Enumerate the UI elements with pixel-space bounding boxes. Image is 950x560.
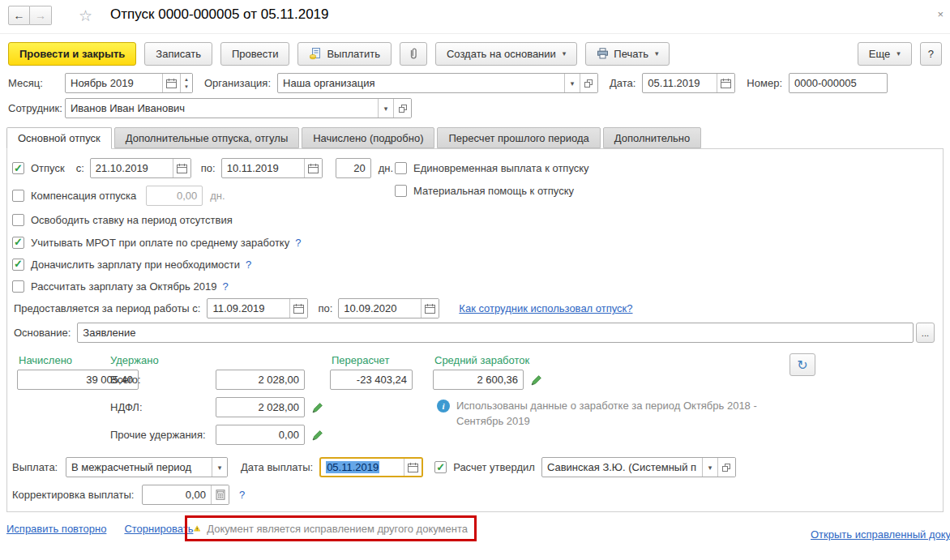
basis-row: Основание: Заявление ...: [14, 323, 935, 343]
payment-select[interactable]: В межрасчетный период ▾: [66, 457, 228, 477]
avg-earnings-input[interactable]: 2 600,36: [433, 370, 524, 390]
mrot-label: Учитывать МРОТ при оплате по среднему за…: [31, 237, 289, 249]
open-icon[interactable]: [393, 99, 411, 118]
printer-icon: [597, 48, 609, 59]
create-based-on-button[interactable]: Создать на основании▾: [435, 42, 577, 66]
period-from-input[interactable]: 11.09.2019: [207, 298, 308, 318]
calendar-icon[interactable]: [404, 459, 422, 476]
basis-label: Основание:: [14, 327, 71, 339]
favorite-star-icon[interactable]: ☆: [79, 6, 92, 25]
mrot-row: ✓ Учитывать МРОТ при оплате по среднему …: [12, 234, 301, 250]
compensation-row: Компенсация отпуска 0,00 дн.: [12, 186, 225, 206]
refresh-icon: ↻: [797, 357, 807, 373]
lump-sum-checkbox[interactable]: [395, 162, 407, 174]
vacation-document-window: ← → ☆ Отпуск 0000-000005 от 05.11.2019 ×…: [0, 0, 950, 560]
period-to-input[interactable]: 10.09.2020: [338, 298, 439, 318]
ndfl-input[interactable]: 2 028,00: [216, 397, 305, 417]
approved-by-input[interactable]: Савинская З.Ю. (Системный п ▾: [541, 457, 736, 477]
reverse-link[interactable]: Сторнировать: [124, 523, 193, 535]
forward-button[interactable]: →: [30, 6, 52, 25]
attachments-button[interactable]: [400, 42, 427, 66]
info-icon: i: [437, 400, 450, 413]
compensation-days-input[interactable]: 0,00: [146, 186, 203, 206]
calendar-icon[interactable]: [304, 159, 322, 177]
help-button[interactable]: ?: [920, 42, 942, 66]
tab-accrued-detail[interactable]: Начислено (подробно): [302, 127, 434, 148]
extra-accrual-checkbox[interactable]: ✓: [12, 259, 24, 271]
calc-salary-help-icon[interactable]: ?: [222, 280, 228, 293]
correction-help-icon[interactable]: ?: [239, 489, 245, 501]
mrot-help-icon[interactable]: ?: [295, 237, 301, 249]
extra-accrual-help-icon[interactable]: ?: [246, 259, 251, 271]
calculator-icon[interactable]: [211, 485, 229, 504]
material-aid-checkbox[interactable]: [395, 185, 407, 197]
employee-input[interactable]: Иванов Иван Иванович ▾: [65, 98, 412, 118]
vacation-to-input[interactable]: 10.11.2019: [221, 158, 323, 178]
vacation-usage-link[interactable]: Как сотрудник использовал отпуск?: [459, 302, 632, 314]
tab-main-vacation[interactable]: Основной отпуск: [6, 127, 112, 149]
calendar-icon[interactable]: [173, 159, 190, 177]
close-icon[interactable]: ×: [937, 8, 944, 20]
correction-warning-text: Документ является исправлением другого д…: [207, 523, 468, 535]
edit-pencil-icon[interactable]: [310, 401, 323, 413]
post-button[interactable]: Провести: [220, 42, 290, 66]
calc-salary-checkbox[interactable]: [12, 280, 24, 293]
chevron-down-icon[interactable]: ▾: [702, 458, 717, 477]
tab-recalc-previous-period[interactable]: Пересчет прошлого периода: [437, 127, 600, 148]
edit-pencil-icon[interactable]: [529, 374, 541, 386]
withheld-total-label: Всего:: [110, 374, 141, 386]
refresh-button[interactable]: ↻: [790, 353, 815, 376]
basis-input[interactable]: Заявление: [77, 323, 914, 343]
approved-checkbox[interactable]: ✓: [434, 461, 447, 473]
chevron-down-icon[interactable]: ▾: [378, 99, 393, 118]
create-based-on-label: Создать на основании: [447, 48, 556, 60]
organization-value: Наша организация: [278, 74, 564, 92]
compensation-checkbox[interactable]: [12, 190, 24, 202]
organization-input[interactable]: Наша организация ▾: [277, 73, 598, 93]
open-corrected-document-link[interactable]: Открыть исправленный документ: [811, 528, 932, 542]
calendar-icon[interactable]: [289, 299, 307, 318]
footer-links: Исправить повторно Сторнировать: [6, 523, 193, 535]
more-button[interactable]: Еще▾: [858, 42, 912, 66]
post-and-close-label: Провести и закрыть: [19, 48, 125, 60]
chevron-down-icon: ▾: [563, 49, 567, 58]
write-button[interactable]: Записать: [144, 42, 212, 66]
tab-additional-vacations[interactable]: Дополнительные отпуска, отгулы: [114, 127, 300, 148]
check-icon: ✓: [14, 237, 23, 247]
withheld-total-input[interactable]: 2 028,00: [216, 370, 305, 390]
print-button[interactable]: Печать▾: [585, 42, 670, 66]
release-rate-checkbox[interactable]: [12, 214, 24, 226]
basis-select-button[interactable]: ...: [916, 323, 935, 343]
post-and-close-button[interactable]: Провести и закрыть: [8, 42, 136, 66]
correction-input[interactable]: 0,00: [142, 485, 229, 505]
calendar-icon[interactable]: [421, 299, 439, 318]
accrued-label: Начислено: [19, 354, 72, 366]
pay-date-input[interactable]: 05.11.2019: [319, 457, 423, 477]
month-spinner[interactable]: ▲ ▼: [180, 74, 192, 92]
fix-again-link[interactable]: Исправить повторно: [6, 523, 106, 535]
vacation-days-input[interactable]: 20: [336, 158, 371, 178]
chevron-down-icon[interactable]: ▾: [212, 458, 227, 477]
spinner-up-icon: ▲: [184, 76, 189, 83]
vacation-from-input[interactable]: 21.10.2019: [90, 158, 191, 178]
edit-pencil-icon[interactable]: [310, 429, 323, 441]
date-input[interactable]: 05.11.2019: [642, 73, 735, 93]
calendar-icon[interactable]: [162, 74, 180, 92]
open-icon[interactable]: [580, 74, 597, 92]
vacation-checkbox[interactable]: ✓: [12, 162, 24, 174]
number-input[interactable]: 0000-000005: [789, 73, 888, 93]
recalc-input[interactable]: -23 403,24: [330, 370, 413, 390]
vacation-row: ✓ Отпуск с: 21.10.2019 по: 10.11.2019 20…: [12, 158, 393, 178]
page-title: Отпуск 0000-000005 от 05.11.2019: [110, 6, 329, 23]
open-icon[interactable]: [717, 458, 735, 477]
check-icon: ✓: [14, 259, 23, 269]
mrot-checkbox[interactable]: ✓: [12, 237, 24, 249]
chevron-down-icon[interactable]: ▾: [564, 74, 580, 92]
pay-button[interactable]: Выплатить: [297, 42, 392, 66]
other-withholdings-input[interactable]: 0,00: [216, 425, 305, 445]
calendar-icon[interactable]: [717, 74, 734, 92]
month-input[interactable]: Ноябрь 2019 ▲ ▼: [65, 73, 193, 93]
tab-additional[interactable]: Дополнительно: [603, 127, 702, 148]
ndfl-row: 2 028,00: [216, 397, 323, 417]
back-button[interactable]: ←: [8, 6, 30, 25]
